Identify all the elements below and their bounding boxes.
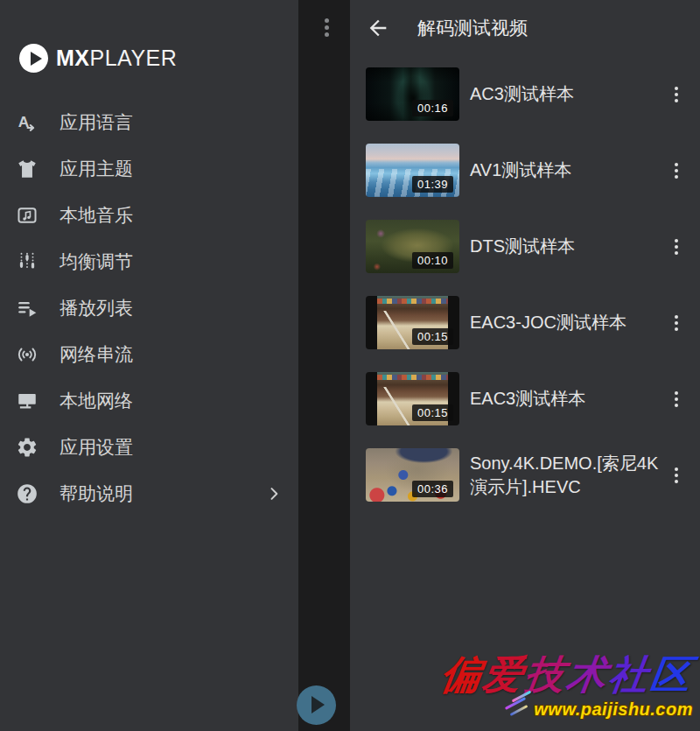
sidebar-item-label: 本地音乐 xyxy=(60,203,133,228)
item-overflow-menu-icon[interactable] xyxy=(671,312,682,334)
sidebar-item-label: 网络串流 xyxy=(60,342,133,367)
sidebar-item-label: 应用语言 xyxy=(60,110,133,135)
sidebar-item-app-theme[interactable]: 应用主题 xyxy=(0,145,298,192)
duration-badge: 00:15 xyxy=(412,328,453,345)
sidebar-item-help[interactable]: 帮助说明 xyxy=(0,470,298,517)
drawer-menu: A 应用语言 应用主题 本地音乐 均衡调节 播放列表 网络串流 xyxy=(0,99,298,517)
page-title: 解码测试视频 xyxy=(417,16,528,40)
item-overflow-menu-icon[interactable] xyxy=(671,159,682,182)
video-row[interactable]: 00:10 DTS测试样本 xyxy=(350,208,700,285)
sidebar-item-label: 本地网络 xyxy=(60,389,133,413)
sidebar-item-local-network[interactable]: 本地网络 xyxy=(0,377,298,424)
video-title: EAC3测试样本 xyxy=(470,387,585,411)
sidebar-item-network-stream[interactable]: 网络串流 xyxy=(0,331,298,377)
video-list: 00:16 AC3测试样本 01:39 AV1测试样本 00:10 DTS测试样… xyxy=(350,56,700,513)
item-overflow-menu-icon[interactable] xyxy=(671,388,682,411)
play-fab-button[interactable] xyxy=(297,685,336,725)
mx-player-logo: MXPLAYER xyxy=(19,44,177,73)
sidebar-item-label: 应用主题 xyxy=(60,157,133,181)
sidebar-item-label: 帮助说明 xyxy=(60,481,133,506)
sidebar-item-label: 播放列表 xyxy=(60,296,133,320)
sidebar-item-equalizer[interactable]: 均衡调节 xyxy=(0,238,298,285)
logo-player: PLAYER xyxy=(90,46,178,70)
duration-badge: 01:39 xyxy=(412,176,453,193)
logo-text: MXPLAYER xyxy=(56,46,177,71)
video-thumbnail: 00:16 xyxy=(366,67,459,121)
playlist-icon xyxy=(16,297,38,320)
item-overflow-menu-icon[interactable] xyxy=(671,235,682,258)
music-folder-icon xyxy=(16,204,38,227)
video-title: EAC3-JOC测试样本 xyxy=(470,311,626,334)
play-icon xyxy=(312,696,325,713)
sidebar-item-playlist[interactable]: 播放列表 xyxy=(0,285,298,331)
sidebar-item-app-settings[interactable]: 应用设置 xyxy=(0,424,298,470)
video-row[interactable]: 01:39 AV1测试样本 xyxy=(350,132,700,208)
watermark-url: www.paijishu.com xyxy=(441,699,693,720)
tshirt-icon xyxy=(16,158,38,180)
network-icon xyxy=(16,390,38,412)
list-header: 解码测试视频 xyxy=(350,0,700,56)
video-row[interactable]: 00:16 AC3测试样本 xyxy=(350,56,700,132)
video-row[interactable]: 00:15 EAC3-JOC测试样本 xyxy=(350,285,700,361)
video-title: AV1测试样本 xyxy=(470,158,571,182)
video-thumbnail: 00:36 xyxy=(366,448,459,502)
sidebar-item-label: 均衡调节 xyxy=(60,250,133,274)
item-overflow-menu-icon[interactable] xyxy=(671,83,682,106)
sidebar-item-app-language[interactable]: A 应用语言 xyxy=(0,99,298,145)
chevron-right-icon xyxy=(265,485,283,503)
help-icon xyxy=(16,482,38,505)
item-overflow-menu-icon[interactable] xyxy=(671,464,682,487)
duration-badge: 00:10 xyxy=(412,252,453,269)
duration-badge: 00:16 xyxy=(412,100,453,116)
duration-badge: 00:36 xyxy=(412,481,453,497)
video-title: AC3测试样本 xyxy=(470,82,574,106)
watermark-streaks-decoration xyxy=(499,695,532,712)
mx-player-screen: MXPLAYER A 应用语言 应用主题 本地音乐 均衡调节 播放列表 xyxy=(0,0,700,731)
equalizer-icon xyxy=(16,250,38,273)
video-title: Sony.4K.DEMO.[索尼4K演示片].HEVC xyxy=(470,452,659,499)
dimmed-content-strip xyxy=(298,0,350,731)
nav-drawer: MXPLAYER A 应用语言 应用主题 本地音乐 均衡调节 播放列表 xyxy=(0,0,298,731)
back-arrow-icon xyxy=(366,16,390,40)
settings-icon xyxy=(16,436,38,459)
logo-mx: MX xyxy=(56,46,90,70)
duration-badge: 00:15 xyxy=(412,404,453,421)
play-logo-icon xyxy=(19,44,48,73)
video-thumbnail: 01:39 xyxy=(366,144,459,197)
video-title: DTS测试样本 xyxy=(470,235,575,258)
watermark: 偏爱技术社区 www.paijishu.com xyxy=(441,653,693,720)
video-thumbnail: 00:10 xyxy=(366,220,459,273)
overflow-menu-icon[interactable] xyxy=(325,18,329,37)
translate-icon: A xyxy=(16,111,38,134)
sidebar-item-label: 应用设置 xyxy=(60,435,133,460)
stream-icon xyxy=(16,343,38,366)
video-row[interactable]: 00:15 EAC3测试样本 xyxy=(350,361,700,437)
watermark-text: 偏爱技术社区 xyxy=(441,653,693,697)
back-button[interactable] xyxy=(366,16,390,40)
sidebar-item-local-music[interactable]: 本地音乐 xyxy=(0,192,298,238)
video-thumbnail: 00:15 xyxy=(366,372,459,425)
video-list-panel: 解码测试视频 00:16 AC3测试样本 01:39 AV1测试样本 00:10… xyxy=(350,0,700,731)
video-row[interactable]: 00:36 Sony.4K.DEMO.[索尼4K演示片].HEVC xyxy=(350,437,700,513)
video-thumbnail: 00:15 xyxy=(366,296,459,349)
